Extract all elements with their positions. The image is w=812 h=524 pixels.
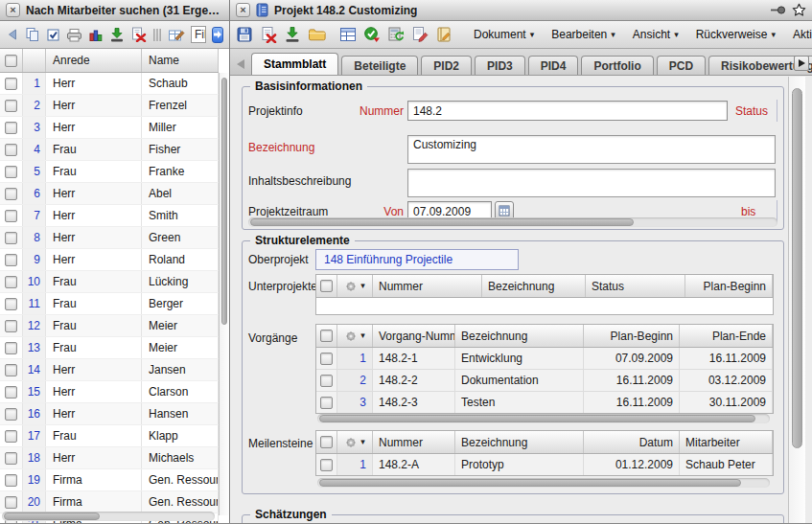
- results-horizontal-scrollbar[interactable]: [2, 512, 215, 521]
- chart-button[interactable]: [88, 24, 104, 45]
- actions-gear-button[interactable]: ▾: [337, 431, 373, 453]
- delete-button[interactable]: [260, 24, 277, 45]
- row-checkbox[interactable]: [5, 474, 17, 487]
- row-checkbox[interactable]: [5, 100, 17, 112]
- row-number-link[interactable]: 1: [337, 454, 373, 475]
- row-checkbox[interactable]: [5, 408, 17, 421]
- row-number-link[interactable]: 17: [23, 425, 46, 446]
- result-row[interactable]: 2 Herr Frenzel: [0, 95, 219, 117]
- row-checkbox[interactable]: [5, 210, 17, 222]
- copy-button[interactable]: [25, 24, 40, 45]
- result-row[interactable]: 20 Firma Gen. Ressourc: [0, 491, 219, 513]
- result-row[interactable]: 11 Frau Berger: [0, 293, 219, 315]
- row-number-link[interactable]: 15: [23, 381, 46, 402]
- scrollbar-thumb[interactable]: [319, 479, 741, 487]
- row-checkbox[interactable]: [5, 188, 17, 200]
- menu-button[interactable]: Rückverweise ▾: [688, 26, 783, 43]
- tab-pid4[interactable]: PID4: [528, 56, 579, 75]
- row-number-link[interactable]: 8: [23, 227, 46, 248]
- column-header-plan-beginn[interactable]: Plan-Beginn: [685, 275, 773, 297]
- row-checkbox[interactable]: [5, 342, 17, 354]
- row-checkbox[interactable]: [5, 452, 17, 465]
- close-icon[interactable]: ×: [6, 3, 20, 17]
- row-number-link[interactable]: 13: [23, 337, 46, 358]
- row-checkbox[interactable]: [5, 232, 17, 244]
- row-number-link[interactable]: 5: [23, 161, 46, 182]
- tab-pcd[interactable]: PCD: [657, 56, 706, 75]
- row-number-link[interactable]: 7: [23, 205, 46, 226]
- column-header-bezeichnung[interactable]: Bezeichnung: [455, 325, 584, 347]
- scrollbar-thumb[interactable]: [221, 78, 227, 325]
- tabs-scroll-left-icon[interactable]: [237, 59, 244, 69]
- row-number-link[interactable]: 16: [23, 403, 46, 424]
- result-row[interactable]: 4 Frau Fisher: [0, 139, 219, 161]
- vorgang-row[interactable]: 1 148.2-1 Entwicklung 07.09.2009 16.11.2…: [316, 348, 773, 370]
- scrollbar-thumb[interactable]: [4, 513, 100, 520]
- filter-field[interactable]: Fil: [191, 26, 206, 43]
- vorgaenge-horizontal-scrollbar[interactable]: [317, 414, 770, 423]
- row-checkbox[interactable]: [5, 364, 17, 376]
- column-header-datum[interactable]: Datum: [584, 431, 680, 453]
- result-row[interactable]: 5 Frau Franke: [0, 161, 219, 183]
- result-row[interactable]: 19 Firma Gen. Ressourc: [0, 469, 219, 491]
- select-button[interactable]: [46, 24, 60, 45]
- actions-gear-button[interactable]: ▾: [337, 325, 373, 347]
- row-number-link[interactable]: 10: [23, 271, 46, 292]
- column-header-nummer[interactable]: Nummer: [373, 275, 482, 297]
- tab-pid2[interactable]: PID2: [421, 56, 472, 75]
- row-number-link[interactable]: 20: [23, 491, 46, 513]
- folder-button[interactable]: [308, 24, 326, 45]
- menu-button[interactable]: Dokument ▾: [466, 26, 542, 43]
- vorgang-row[interactable]: 3 148.2-3 Testen 16.11.2009 30.11.2009: [316, 392, 773, 413]
- notebook-button[interactable]: [435, 24, 452, 45]
- row-checkbox[interactable]: [5, 144, 17, 156]
- columns-button[interactable]: [152, 24, 162, 45]
- recalculate-button[interactable]: [387, 24, 405, 45]
- row-number-link[interactable]: 3: [337, 392, 373, 413]
- row-number-link[interactable]: 2: [23, 95, 46, 116]
- column-header-name[interactable]: Name: [142, 49, 219, 72]
- back-button[interactable]: [6, 24, 19, 45]
- row-number-link[interactable]: 2: [337, 370, 373, 391]
- vorgang-row[interactable]: 2 148.2-2 Dokumentation 16.11.2009 03.12…: [316, 370, 773, 392]
- result-row[interactable]: 15 Herr Clarson: [0, 381, 219, 403]
- close-icon[interactable]: ×: [236, 3, 250, 17]
- result-row[interactable]: 12 Frau Meier: [0, 315, 219, 337]
- select-all-checkbox[interactable]: [320, 280, 333, 292]
- result-row[interactable]: 14 Herr Jansen: [0, 359, 219, 381]
- export-button[interactable]: [109, 24, 125, 45]
- select-all-checkbox[interactable]: [5, 55, 17, 67]
- tab-portfolio[interactable]: Portfolio: [581, 56, 653, 75]
- row-number-link[interactable]: 18: [23, 447, 46, 468]
- row-number-link[interactable]: 6: [23, 183, 46, 204]
- result-row[interactable]: 6 Herr Abel: [0, 183, 219, 205]
- result-row[interactable]: 17 Frau Klapp: [0, 425, 219, 447]
- clean-table-button[interactable]: [168, 24, 185, 45]
- column-header-vorgang-nummer[interactable]: Vorgang-Nummer: [373, 325, 455, 347]
- row-checkbox[interactable]: [320, 353, 333, 365]
- row-checkbox[interactable]: [5, 430, 17, 443]
- table-view-button[interactable]: [339, 24, 357, 45]
- row-checkbox[interactable]: [5, 496, 17, 509]
- tab-pid3[interactable]: PID3: [475, 56, 525, 75]
- column-header-plan-beginn[interactable]: Plan-Beginn: [584, 325, 680, 347]
- inhaltsbeschreibung-input[interactable]: [407, 169, 776, 197]
- select-all-checkbox[interactable]: [320, 436, 333, 448]
- edit-button[interactable]: [411, 24, 429, 45]
- tab-beteiligte[interactable]: Beteiligte: [341, 56, 418, 75]
- oberprojekt-link[interactable]: 148 Einführung Projectile: [315, 249, 519, 270]
- row-number-link[interactable]: 12: [23, 315, 46, 336]
- bezeichnung-input[interactable]: Customizing: [407, 135, 776, 164]
- star-icon[interactable]: [792, 3, 806, 17]
- scrollbar-thumb[interactable]: [792, 88, 802, 448]
- row-number-link[interactable]: 9: [23, 249, 46, 270]
- result-row[interactable]: 13 Frau Meier: [0, 337, 219, 359]
- row-checkbox[interactable]: [5, 122, 17, 134]
- result-row[interactable]: 18 Herr Michaels: [0, 447, 219, 469]
- row-checkbox[interactable]: [5, 276, 17, 288]
- row-checkbox[interactable]: [320, 397, 333, 409]
- result-row[interactable]: 3 Herr Miller: [0, 117, 219, 139]
- tab-stammblatt[interactable]: Stammblatt: [251, 53, 338, 75]
- meilensteine-horizontal-scrollbar[interactable]: [317, 478, 770, 488]
- row-checkbox[interactable]: [320, 459, 333, 471]
